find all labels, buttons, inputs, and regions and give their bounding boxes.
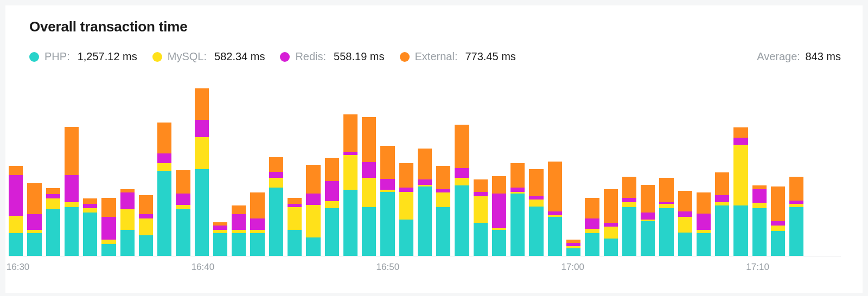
- chart-bar-segment: [176, 205, 190, 209]
- chart-bar[interactable]: [622, 177, 636, 256]
- chart-bar-segment: [455, 168, 469, 178]
- chart-bar-segment: [752, 189, 767, 203]
- chart-bar[interactable]: [566, 240, 580, 256]
- chart-bar[interactable]: [752, 185, 767, 256]
- chart-bar-segment: [232, 205, 246, 214]
- chart-bar-segment: [101, 198, 116, 217]
- chart-bar[interactable]: [157, 123, 171, 256]
- legend-item-php[interactable]: PHP: 1,257.12 ms: [29, 50, 137, 63]
- x-axis-tick: 17:00: [561, 262, 584, 273]
- chart-bar[interactable]: [139, 195, 153, 256]
- legend-item-external[interactable]: External: 773.45 ms: [400, 50, 516, 63]
- chart-bar[interactable]: [362, 117, 376, 256]
- chart-bar-segment: [436, 166, 450, 189]
- chart-bar[interactable]: [715, 172, 729, 256]
- chart-bar-segment: [120, 230, 135, 256]
- chart-bar-segment: [288, 198, 302, 204]
- chart-bar-segment: [399, 188, 413, 192]
- chart-bar[interactable]: [213, 222, 227, 256]
- legend-item-redis[interactable]: Redis: 558.19 ms: [280, 50, 384, 63]
- chart-bar-segment: [65, 175, 79, 202]
- chart-bar-segment: [362, 207, 376, 256]
- chart-bar-segment: [157, 153, 171, 163]
- chart-bar-segment: [659, 178, 673, 202]
- chart-bar-segment: [157, 123, 171, 154]
- chart-bar-segment: [771, 226, 785, 231]
- chart-bar-segment: [101, 244, 116, 256]
- legend-label: External:: [415, 50, 458, 63]
- chart-bar[interactable]: [436, 166, 450, 256]
- chart-bar[interactable]: [9, 166, 23, 256]
- chart-bar[interactable]: [771, 186, 785, 256]
- chart-bar-segment: [659, 208, 673, 256]
- chart-bar[interactable]: [641, 185, 655, 256]
- chart-bar[interactable]: [325, 158, 339, 256]
- chart-bar[interactable]: [548, 162, 562, 256]
- chart-bar[interactable]: [306, 165, 320, 256]
- chart-bar[interactable]: [697, 192, 711, 256]
- chart-bar-segment: [269, 172, 283, 178]
- chart-bar-segment: [455, 125, 469, 168]
- legend-label: MySQL:: [168, 50, 207, 63]
- chart-bar[interactable]: [492, 176, 506, 256]
- chart-bar[interactable]: [27, 183, 41, 256]
- chart-bar-segment: [678, 211, 692, 217]
- panel-title: Overall transaction time: [29, 18, 841, 35]
- chart-plot-area[interactable]: [9, 82, 841, 256]
- legend-dot-icon: [29, 52, 39, 62]
- chart-bar[interactable]: [101, 198, 116, 256]
- chart-bar[interactable]: [455, 125, 469, 256]
- chart-bar[interactable]: [46, 188, 60, 256]
- legend-value: 773.45 ms: [465, 50, 515, 63]
- chart-bar-segment: [697, 214, 711, 230]
- chart-bar-segment: [733, 205, 748, 256]
- chart-bar[interactable]: [288, 198, 302, 256]
- chart-bar-segment: [139, 218, 153, 235]
- chart-bar-segment: [325, 208, 339, 256]
- chart-bar[interactable]: [659, 178, 673, 256]
- chart-bar[interactable]: [343, 114, 358, 256]
- chart-bar[interactable]: [380, 146, 394, 256]
- chart-bar[interactable]: [399, 163, 413, 256]
- chart-bar-segment: [362, 117, 376, 162]
- chart-bar[interactable]: [250, 192, 264, 256]
- chart-bar-segment: [269, 178, 283, 188]
- chart-bar[interactable]: [474, 179, 488, 256]
- chart-bar-segment: [27, 233, 41, 256]
- chart-bar[interactable]: [269, 157, 283, 256]
- chart-bar-segment: [752, 203, 767, 208]
- chart-bar-segment: [120, 192, 135, 209]
- chart-bar-segment: [622, 177, 636, 197]
- chart-bar[interactable]: [65, 127, 79, 256]
- chart-bar-segment: [678, 217, 692, 233]
- chart-bar-segment: [157, 163, 171, 171]
- chart-bar[interactable]: [195, 88, 209, 256]
- chart-bar[interactable]: [120, 189, 135, 256]
- chart-bar-segment: [65, 127, 79, 176]
- chart-bar[interactable]: [678, 191, 692, 256]
- chart-bar[interactable]: [176, 170, 190, 256]
- chart-bar-segment: [9, 216, 23, 233]
- chart-bar[interactable]: [418, 149, 432, 256]
- chart-bar[interactable]: [733, 127, 748, 256]
- chart-bar-segment: [9, 166, 23, 176]
- chart-bar-segment: [715, 172, 729, 195]
- chart-bar[interactable]: [83, 198, 97, 256]
- chart-bar-segment: [529, 169, 543, 196]
- chart-bar[interactable]: [510, 163, 525, 256]
- chart-bar-segment: [474, 179, 488, 191]
- chart-bar[interactable]: [604, 189, 618, 256]
- chart-bar-segment: [455, 178, 469, 185]
- chart-bar-segment: [65, 207, 79, 256]
- chart-bar-segment: [195, 120, 209, 137]
- chart-bar[interactable]: [585, 198, 599, 256]
- chart-bar[interactable]: [232, 205, 246, 256]
- chart-bar-segment: [622, 202, 636, 208]
- legend-value: 558.19 ms: [334, 50, 384, 63]
- legend-item-mysql[interactable]: MySQL: 582.34 ms: [152, 50, 265, 63]
- chart-bar[interactable]: [789, 177, 803, 256]
- chart-bar-segment: [585, 229, 599, 233]
- average-label: Average:: [757, 50, 800, 62]
- chart-bar[interactable]: [529, 169, 543, 256]
- average-summary: Average: 843 ms: [757, 50, 841, 63]
